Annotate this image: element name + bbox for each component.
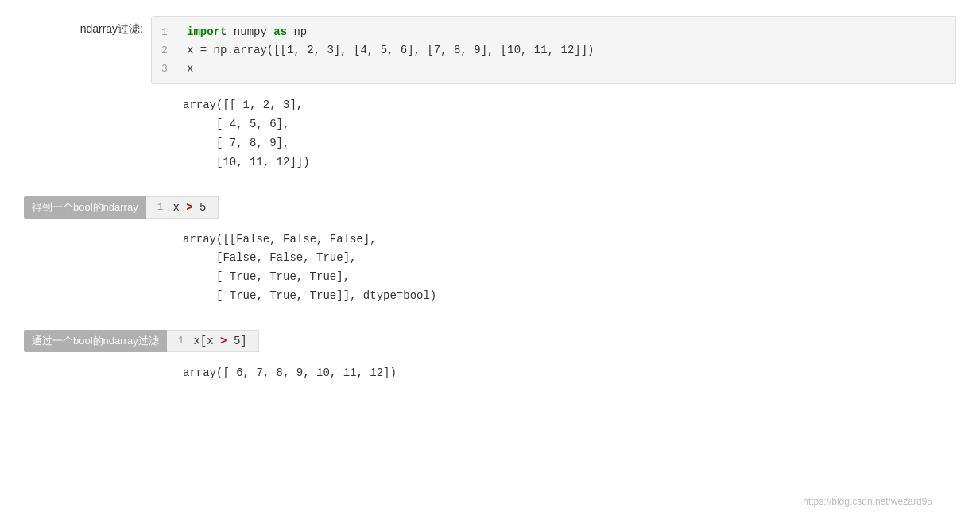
- watermark-text: https://blog.csdn.net/wezard95: [803, 496, 932, 507]
- code-text-1: import numpy as np: [187, 23, 307, 41]
- section2-code: 1 x > 5: [146, 196, 219, 219]
- section2-label-text: 得到一个bool的ndarray: [32, 200, 138, 215]
- output1-line2: [ 4, 5, 6],: [183, 115, 956, 134]
- output2-line4: [ True, True, True]], dtype=bool): [183, 287, 956, 306]
- line-num-3: 3: [161, 61, 177, 78]
- watermark: https://blog.csdn.net/wezard95: [803, 496, 932, 507]
- section3-code: 1 x[x > 5]: [167, 330, 259, 352]
- output1: array([[ 1, 2, 3], [ 4, 5, 6], [ 7, 8, 9…: [24, 88, 956, 180]
- section1-label: ndarray过滤:: [24, 16, 151, 37]
- section3-label-text: 通过一个bool的ndarray过滤: [32, 334, 159, 348]
- code-space: numpy: [234, 25, 273, 38]
- section2-line-num: 1: [157, 201, 164, 213]
- code-line-3: 3 x: [161, 60, 946, 78]
- output3: array([ 6, 7, 8, 9, 10, 11, 12]): [24, 356, 956, 391]
- output3-line1: array([ 6, 7, 8, 9, 10, 11, 12]): [183, 364, 956, 383]
- section2-row: 得到一个bool的ndarray 1 x > 5: [24, 196, 956, 219]
- code-text-3: x: [187, 60, 193, 77]
- line-num-1: 1: [161, 25, 177, 41]
- code-text-2: x = np.array([[1, 2, 3], [4, 5, 6], [7, …: [187, 41, 594, 59]
- section3-label: 通过一个bool的ndarray过滤: [24, 330, 167, 352]
- keyword-import: import: [187, 25, 227, 38]
- section3-code-text: x[x > 5]: [193, 335, 246, 347]
- output2-line3: [ True, True, True],: [183, 268, 956, 287]
- page-wrapper: ndarray过滤: 1 import numpy as np 2 x = np…: [24, 16, 956, 515]
- section2-label: 得到一个bool的ndarray: [24, 196, 146, 219]
- output1-line3: [ 7, 8, 9],: [183, 134, 956, 153]
- section2-code-text: x > 5: [172, 201, 206, 214]
- section1-label-text: ndarray过滤:: [80, 22, 143, 35]
- section3-line-num: 1: [178, 335, 184, 347]
- code-line-2: 2 x = np.array([[1, 2, 3], [4, 5, 6], [7…: [161, 41, 946, 60]
- output1-line4: [10, 11, 12]]): [183, 153, 956, 172]
- output2: array([[False, False, False], [False, Fa…: [24, 223, 956, 314]
- output2-line2: [False, False, True],: [183, 249, 956, 268]
- output1-line1: array([[ 1, 2, 3],: [183, 96, 956, 115]
- line-num-2: 2: [161, 43, 177, 60]
- section1-code-block: 1 import numpy as np 2 x = np.array([[1,…: [151, 16, 956, 84]
- keyword-as: as: [273, 25, 287, 38]
- section1: ndarray过滤: 1 import numpy as np 2 x = np…: [24, 16, 956, 84]
- code-np: np: [293, 25, 307, 38]
- code-line-1: 1 import numpy as np: [161, 23, 946, 41]
- output2-line1: array([[False, False, False],: [183, 230, 956, 250]
- section3-row: 通过一个bool的ndarray过滤 1 x[x > 5]: [24, 330, 956, 352]
